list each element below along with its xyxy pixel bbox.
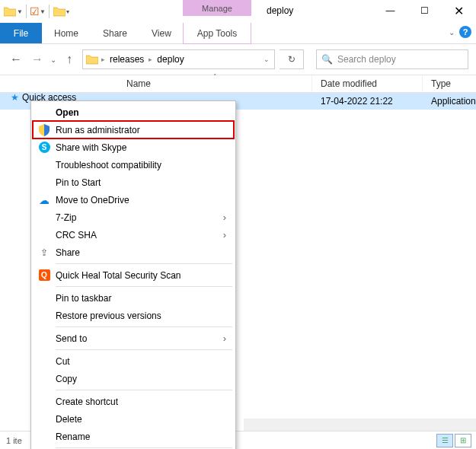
file-date: 17-04-2022 21:22 bbox=[316, 93, 393, 110]
menu-share[interactable]: ⇪ Share bbox=[33, 244, 234, 261]
share-icon: ⇪ bbox=[37, 246, 51, 260]
qat-dropdown-icon[interactable]: ▼ bbox=[17, 8, 23, 15]
submenu-arrow-icon: › bbox=[223, 229, 226, 240]
app-tools-tab[interactable]: App Tools bbox=[183, 23, 251, 44]
horizontal-scrollbar[interactable] bbox=[244, 419, 476, 431]
maximize-button[interactable]: ☐ bbox=[407, 0, 442, 21]
shield-icon bbox=[37, 123, 51, 137]
share-tab[interactable]: Share bbox=[91, 23, 139, 43]
qat-newfolder-icon[interactable] bbox=[53, 5, 66, 18]
context-menu: Open Run as administrator S Share with S… bbox=[30, 100, 236, 449]
onedrive-icon: ☁ bbox=[37, 193, 51, 207]
star-icon: ★ bbox=[11, 92, 19, 103]
column-name[interactable]: Name bbox=[122, 75, 312, 92]
submenu-arrow-icon: › bbox=[223, 333, 226, 344]
up-button[interactable]: ↑ bbox=[61, 51, 78, 68]
qat-properties-icon[interactable]: ☑ bbox=[30, 5, 40, 18]
menu-send-to[interactable]: Send to› bbox=[33, 330, 234, 347]
column-date[interactable]: Date modified bbox=[316, 75, 423, 92]
close-button[interactable]: ✕ bbox=[442, 0, 476, 21]
help-icon[interactable]: ? bbox=[459, 26, 471, 38]
menu-rename[interactable]: Rename bbox=[33, 428, 234, 445]
qat-dropdown2-icon[interactable]: ▼ bbox=[40, 8, 46, 15]
menu-delete[interactable]: Delete bbox=[33, 410, 234, 428]
menu-cut[interactable]: Cut bbox=[33, 352, 234, 370]
chevron-right-icon[interactable]: ▸ bbox=[149, 56, 152, 63]
qat-folder-icon[interactable] bbox=[3, 5, 17, 18]
address-bar[interactable]: ▸ releases ▸ deploy ⌄ bbox=[82, 49, 275, 69]
address-dropdown-icon[interactable]: ⌄ bbox=[264, 56, 270, 63]
menu-restore-versions[interactable]: Restore previous versions bbox=[33, 307, 234, 324]
details-view-button[interactable]: ☰ bbox=[436, 434, 453, 447]
chevron-right-icon[interactable]: ▸ bbox=[101, 56, 105, 63]
minimize-button[interactable]: — bbox=[373, 0, 407, 21]
column-type[interactable]: Type bbox=[426, 75, 476, 92]
search-input[interactable]: 🔍 Search deploy bbox=[316, 49, 468, 69]
refresh-button[interactable]: ↻ bbox=[280, 49, 304, 69]
breadcrumb-deploy[interactable]: deploy bbox=[155, 54, 185, 65]
menu-quickheal[interactable]: Q Quick Heal Total Security Scan bbox=[33, 266, 234, 284]
quickheal-icon: Q bbox=[37, 269, 51, 282]
search-icon: 🔍 bbox=[321, 54, 333, 65]
breadcrumb-releases[interactable]: releases bbox=[108, 54, 145, 65]
menu-pin-start[interactable]: Pin to Start bbox=[33, 174, 234, 191]
menu-troubleshoot[interactable]: Troubleshoot compatibility bbox=[33, 156, 234, 174]
menu-move-onedrive[interactable]: ☁ Move to OneDrive bbox=[33, 191, 234, 209]
menu-create-shortcut[interactable]: Create shortcut bbox=[33, 393, 234, 410]
menu-run-as-admin[interactable]: Run as administrator bbox=[33, 121, 234, 139]
menu-pin-taskbar[interactable]: Pin to taskbar bbox=[33, 289, 234, 307]
skype-icon: S bbox=[37, 141, 51, 154]
status-text: 1 ite bbox=[6, 436, 22, 445]
submenu-arrow-icon: › bbox=[223, 212, 226, 223]
file-tab[interactable]: File bbox=[0, 23, 42, 43]
menu-7zip[interactable]: 7-Zip› bbox=[33, 209, 234, 226]
menu-open[interactable]: Open bbox=[33, 103, 234, 121]
back-button[interactable]: ← bbox=[8, 51, 24, 68]
qat-customize-icon[interactable]: ▾ bbox=[66, 8, 69, 15]
menu-crc-sha[interactable]: CRC SHA› bbox=[33, 226, 234, 244]
window-title: deploy bbox=[267, 5, 293, 16]
folder-icon bbox=[86, 54, 98, 65]
search-placeholder: Search deploy bbox=[337, 54, 396, 65]
menu-share-skype[interactable]: S Share with Skype bbox=[33, 139, 234, 156]
history-dropdown-icon[interactable]: ⌄ bbox=[50, 56, 56, 64]
home-tab[interactable]: Home bbox=[42, 23, 91, 43]
view-tab[interactable]: View bbox=[139, 23, 184, 43]
file-type: Application bbox=[426, 93, 476, 110]
forward-button[interactable]: → bbox=[29, 51, 46, 68]
thumbnails-view-button[interactable]: ⊞ bbox=[455, 434, 471, 447]
menu-copy[interactable]: Copy bbox=[33, 370, 234, 387]
ribbon-expand-icon[interactable]: ⌄ bbox=[449, 28, 455, 37]
manage-contextual-tab[interactable]: Manage bbox=[183, 0, 251, 16]
